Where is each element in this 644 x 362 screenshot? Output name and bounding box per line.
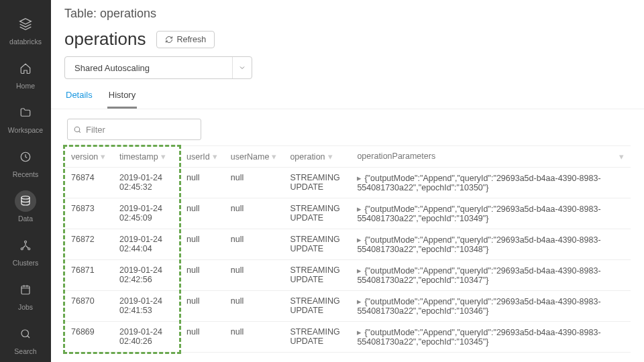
disclosure-icon: ▸ [357,204,362,214]
search-icon [15,323,36,345]
cell-params[interactable]: ▸{"outputMode":"Append","queryId":"29693… [350,291,631,322]
cell-username: null [224,198,284,229]
sort-icon: ▾ [161,152,166,162]
cell-userid: null [180,229,224,260]
cell-version: 76874 [64,168,113,198]
sort-icon: ▾ [213,152,217,162]
cell-params[interactable]: ▸{"outputMode":"Append","queryId":"29693… [350,322,631,353]
cell-version: 76873 [64,198,113,229]
cell-params[interactable]: ▸{"outputMode":"Append","queryId":"29693… [350,260,631,291]
tab-history[interactable]: History [107,84,137,109]
col-username[interactable]: userName▾ [224,146,284,168]
cell-username: null [224,229,284,260]
table-row[interactable]: 768722019-01-2402:44:04nullnullSTREAMING… [64,229,631,260]
clock-icon [15,146,36,168]
cell-version: 76872 [64,229,113,260]
cell-timestamp: 2019-01-2402:42:56 [113,260,180,291]
sidebar-item-databricks[interactable]: databricks [0,7,51,51]
cell-timestamp: 2019-01-2402:45:32 [113,168,180,198]
disclosure-icon: ▸ [357,297,362,306]
main-content: Table: operations operations Refresh Sha… [51,0,644,362]
tab-details[interactable]: Details [64,84,94,109]
tabs: Details History [51,84,644,109]
history-table: version▾ timestamp▾ userId▾ userName▾ op… [64,145,631,353]
sidebar-item-label: Data [18,215,33,223]
table-row[interactable]: 768732019-01-2402:45:09nullnullSTREAMING… [64,198,631,229]
sidebar: databricks Home Workspace Recents Data C… [0,0,51,362]
cell-operation: STREAMINGUPDATE [283,198,350,229]
cell-params[interactable]: ▸{"outputMode":"Append","queryId":"29693… [350,198,631,229]
sidebar-item-home[interactable]: Home [0,51,51,95]
col-operation[interactable]: operation▾ [283,146,350,168]
chevron-down-icon [233,57,252,78]
sort-icon: ▾ [272,152,276,162]
sidebar-item-workspace[interactable]: Workspace [0,95,51,139]
sidebar-item-label: databricks [9,38,42,46]
folder-icon [15,102,36,123]
table-row[interactable]: 768712019-01-2402:42:56nullnullSTREAMING… [64,260,631,291]
svg-point-2 [25,241,27,243]
disclosure-icon: ▸ [357,266,362,276]
filter-input-wrap[interactable] [67,119,201,140]
disclosure-icon: ▸ [357,174,362,183]
cluster-selected-value: Shared Autoscaling [65,57,232,78]
disclosure-icon: ▸ [357,328,362,337]
sort-icon: ▾ [619,152,624,162]
cell-timestamp: 2019-01-2402:40:26 [113,322,180,353]
col-timestamp[interactable]: timestamp▾ [113,146,180,168]
refresh-icon [165,36,173,44]
cell-timestamp: 2019-01-2402:41:53 [113,291,180,322]
table-row[interactable]: 768742019-01-2402:45:32nullnullSTREAMING… [64,168,631,198]
cell-username: null [224,291,284,322]
svg-point-1 [21,196,30,200]
svg-point-6 [21,330,29,337]
network-icon [15,235,36,256]
filter-input[interactable] [86,125,199,135]
cell-timestamp: 2019-01-2402:45:09 [113,198,180,229]
table-row[interactable]: 768702019-01-2402:41:53nullnullSTREAMING… [64,291,631,322]
cell-operation: STREAMINGUPDATE [283,229,350,260]
cell-operation: STREAMINGUPDATE [283,322,350,353]
sidebar-item-search[interactable]: Search [0,316,51,361]
cell-params[interactable]: ▸{"outputMode":"Append","queryId":"29693… [350,168,631,198]
cell-timestamp: 2019-01-2402:44:04 [113,229,180,260]
sort-icon: ▾ [328,152,333,162]
sidebar-item-data[interactable]: Data [0,184,51,228]
search-icon [73,125,82,134]
sidebar-item-label: Recents [13,170,39,178]
sort-icon: ▾ [101,152,105,162]
col-userid[interactable]: userId▾ [180,146,224,168]
disclosure-icon: ▸ [357,235,362,245]
sidebar-item-label: Jobs [18,303,33,311]
sidebar-item-label: Workspace [8,126,43,134]
svg-rect-5 [21,286,30,294]
cell-username: null [224,260,284,291]
table-row[interactable]: 768692019-01-2402:40:26nullnullSTREAMING… [64,322,631,353]
cell-userid: null [180,260,224,291]
sidebar-item-label: Clusters [13,259,39,267]
history-table-wrap: version▾ timestamp▾ userId▾ userName▾ op… [64,145,631,353]
page-title: operations [64,29,146,50]
sidebar-item-label: Search [14,347,36,355]
cell-userid: null [180,322,224,353]
cluster-select[interactable]: Shared Autoscaling [64,56,252,79]
breadcrumb: Table: operations [51,0,644,25]
cell-operation: STREAMINGUPDATE [283,260,350,291]
cell-userid: null [180,291,224,322]
svg-point-7 [74,127,80,132]
cell-version: 76869 [64,322,113,353]
cell-userid: null [180,168,224,198]
home-icon [15,58,36,79]
refresh-button[interactable]: Refresh [156,31,215,48]
sidebar-item-jobs[interactable]: Jobs [0,272,51,316]
cell-username: null [224,322,284,353]
col-operationparameters[interactable]: operationParameters▾ [350,146,631,168]
cell-params[interactable]: ▸{"outputMode":"Append","queryId":"29693… [350,229,631,260]
cell-version: 76870 [64,291,113,322]
sidebar-item-clusters[interactable]: Clusters [0,228,51,272]
layers-icon [15,13,36,35]
sidebar-item-label: Home [16,82,35,90]
col-version[interactable]: version▾ [64,146,113,168]
cell-username: null [224,168,284,198]
sidebar-item-recents[interactable]: Recents [0,139,51,184]
